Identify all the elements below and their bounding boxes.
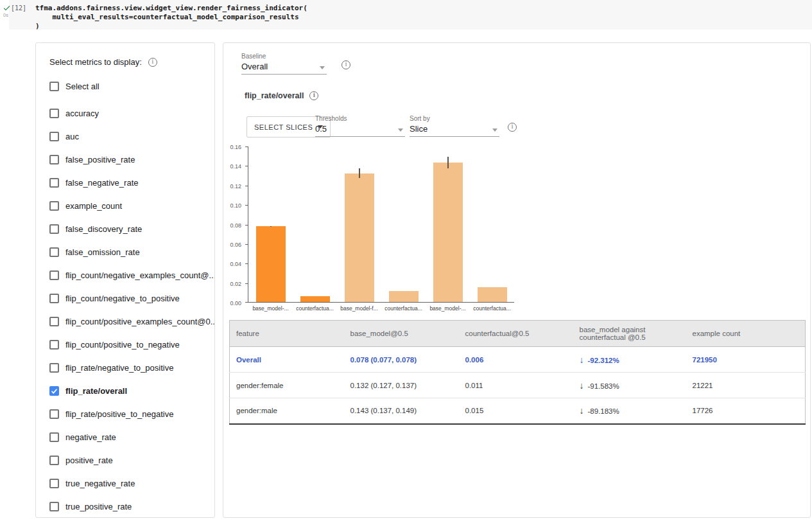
y-axis-tick-label: 0.00 bbox=[220, 300, 241, 306]
x-axis-tick-label: base_model-f... bbox=[340, 305, 378, 312]
table-row-gender-female[interactable]: gender:female0.132 (0.127, 0.137)0.011↓-… bbox=[230, 373, 806, 398]
baseline-info-icon[interactable] bbox=[341, 60, 350, 69]
column-header-counterfactual-0-5[interactable]: counterfactual@0.5 bbox=[459, 321, 573, 347]
x-axis-tick-label: counterfactua... bbox=[384, 305, 422, 312]
checkbox-unchecked-icon[interactable] bbox=[49, 456, 59, 465]
checkbox-unchecked-icon[interactable] bbox=[49, 201, 59, 211]
thresholds-select[interactable]: 0.5 bbox=[315, 123, 405, 137]
sort-by-field: Sort by Slice bbox=[410, 115, 499, 137]
baseline-select[interactable]: Overall bbox=[241, 61, 327, 75]
checkbox-unchecked-icon[interactable] bbox=[49, 82, 59, 91]
chart-plot: base_model-...counterfactua...base_model… bbox=[248, 146, 514, 303]
checkbox-unchecked-icon[interactable] bbox=[49, 409, 59, 419]
metric-item-flip-count-negative-examples-count[interactable]: flip_count/negative_examples_count@... bbox=[36, 263, 214, 287]
checkbox-unchecked-icon[interactable] bbox=[49, 294, 59, 303]
select-slices-label: SELECT SLICES bbox=[254, 123, 313, 131]
metric-label: auc bbox=[65, 132, 79, 141]
bar-counterfactua[interactable] bbox=[300, 296, 330, 302]
cell-feature: Overall bbox=[230, 347, 344, 373]
metric-label: example_count bbox=[65, 201, 122, 211]
metric-label: flip_count/positive_examples_count@0... bbox=[65, 317, 215, 326]
x-axis-tick-label: base_model-... bbox=[252, 305, 288, 312]
column-header-base-model-against-counterfactual-0-5[interactable]: base_model against counterfactual @0.5 bbox=[573, 321, 686, 347]
metric-item-example-count[interactable]: example_count bbox=[36, 194, 214, 217]
metric-label: false_omission_rate bbox=[65, 247, 140, 257]
checkbox-checked-icon[interactable] bbox=[49, 386, 59, 396]
metric-item-negative-rate[interactable]: negative_rate bbox=[36, 425, 214, 448]
y-axis-tick-mark bbox=[245, 244, 248, 245]
arrow-downward-icon: ↓ bbox=[580, 355, 584, 365]
thresholds-label: Thresholds bbox=[315, 115, 405, 122]
x-axis-tick-label: counterfactua... bbox=[473, 305, 511, 312]
column-header-example-count[interactable]: example count bbox=[686, 321, 806, 347]
column-header-base-model-0-5[interactable]: base_model@0.5 bbox=[344, 321, 459, 347]
bar-counterfactua[interactable] bbox=[389, 291, 419, 302]
metric-item-positive-rate[interactable]: positive_rate bbox=[36, 448, 214, 472]
table-header-row: featurebase_model@0.5counterfactual@0.5b… bbox=[230, 321, 806, 347]
checkbox-unchecked-icon[interactable] bbox=[49, 502, 59, 511]
bar-counterfactua[interactable] bbox=[478, 287, 507, 302]
checkbox-unchecked-icon[interactable] bbox=[49, 317, 59, 326]
metric-label: true_positive_rate bbox=[65, 502, 132, 511]
bar-group: counterfactua... bbox=[381, 146, 426, 302]
metric-label: flip_count/negative_to_positive bbox=[65, 294, 180, 303]
cell-run-success-icon[interactable] bbox=[3, 3, 12, 12]
y-axis-tick-label: 0.04 bbox=[220, 261, 241, 267]
checkbox-unchecked-icon[interactable] bbox=[49, 132, 59, 141]
metric-label: false_discovery_rate bbox=[65, 224, 142, 234]
code-editor[interactable]: tfma.addons.fairness.view.widget_view.re… bbox=[35, 4, 307, 31]
cell-base-model-against-counterfactual: ↓-89.183% bbox=[573, 398, 686, 424]
metric-label: flip_rate/positive_to_negative bbox=[65, 409, 173, 419]
checkbox-unchecked-icon[interactable] bbox=[49, 432, 59, 442]
metric-item-true-positive-rate[interactable]: true_positive_rate bbox=[36, 495, 214, 518]
x-axis-tick-label: counterfactua... bbox=[296, 305, 334, 312]
metric-label: accuracy bbox=[65, 109, 99, 118]
column-header-feature[interactable]: feature bbox=[230, 321, 344, 347]
sort-by-select-value: Slice bbox=[410, 124, 428, 134]
checkbox-unchecked-icon[interactable] bbox=[49, 479, 59, 488]
metrics-info-icon[interactable] bbox=[148, 58, 157, 67]
y-axis-tick-label: 0.14 bbox=[220, 163, 241, 170]
checkbox-unchecked-icon[interactable] bbox=[49, 270, 59, 280]
bar-base-model[interactable] bbox=[433, 163, 463, 302]
bar-base-model-f[interactable] bbox=[345, 173, 374, 302]
metric-item-false-positive-rate[interactable]: false_positive_rate bbox=[36, 148, 214, 171]
metric-item-flip-count-positive-examples-count-0[interactable]: flip_count/positive_examples_count@0... bbox=[36, 310, 214, 333]
metric-item-false-omission-rate[interactable]: false_omission_rate bbox=[36, 240, 214, 263]
cell-example-count: 17726 bbox=[686, 398, 806, 424]
controls-info-icon[interactable] bbox=[508, 123, 517, 132]
metric-item-false-discovery-rate[interactable]: false_discovery_rate bbox=[36, 217, 214, 240]
metric-item-flip-count-negative-to-positive[interactable]: flip_count/negative_to_positive bbox=[36, 287, 214, 310]
checkbox-unchecked-icon[interactable] bbox=[49, 247, 59, 257]
checkbox-unchecked-icon[interactable] bbox=[49, 178, 59, 188]
metric-label: false_negative_rate bbox=[65, 178, 138, 188]
metric-item-select-all[interactable]: Select all bbox=[36, 75, 214, 98]
against-value: -89.183% bbox=[588, 407, 619, 415]
checkbox-unchecked-icon[interactable] bbox=[49, 224, 59, 234]
thresholds-select-value: 0.5 bbox=[315, 124, 327, 134]
metric-item-flip-count-positive-to-negative[interactable]: flip_count/positive_to_negative bbox=[36, 333, 214, 356]
cell-example-count: 721950 bbox=[686, 347, 806, 373]
metric-item-true-negative-rate[interactable]: true_negative_rate bbox=[36, 472, 214, 495]
chevron-down-icon bbox=[398, 129, 403, 132]
checkbox-unchecked-icon[interactable] bbox=[49, 155, 59, 164]
checkbox-unchecked-icon[interactable] bbox=[49, 109, 59, 118]
table-row-gender-male[interactable]: gender:male0.143 (0.137, 0.149)0.015↓-89… bbox=[230, 398, 806, 424]
metric-title-info-icon[interactable] bbox=[309, 91, 318, 100]
sort-by-select[interactable]: Slice bbox=[410, 123, 499, 137]
metric-item-flip-rate-overall[interactable]: flip_rate/overall bbox=[36, 379, 214, 402]
metric-item-auc[interactable]: auc bbox=[36, 125, 214, 148]
against-value: -91.583% bbox=[588, 382, 619, 390]
metric-item-flip-rate-negative-to-positive[interactable]: flip_rate/negative_to_positive bbox=[36, 356, 214, 379]
metric-item-accuracy[interactable]: accuracy bbox=[36, 102, 214, 125]
metric-item-false-negative-rate[interactable]: false_negative_rate bbox=[36, 171, 214, 194]
table-row-overall[interactable]: Overall0.078 (0.077, 0.078)0.006↓-92.312… bbox=[230, 347, 806, 373]
metric-label: flip_count/negative_examples_count@... bbox=[65, 270, 215, 280]
cell-counterfactual: 0.006 bbox=[459, 347, 573, 373]
checkbox-unchecked-icon[interactable] bbox=[49, 363, 59, 373]
metric-item-flip-rate-positive-to-negative[interactable]: flip_rate/positive_to_negative bbox=[36, 402, 214, 425]
baseline-field: Baseline Overall bbox=[241, 53, 327, 75]
checkbox-unchecked-icon[interactable] bbox=[49, 340, 59, 350]
y-axis-tick-mark bbox=[245, 205, 248, 206]
bar-base-model[interactable] bbox=[256, 226, 286, 302]
